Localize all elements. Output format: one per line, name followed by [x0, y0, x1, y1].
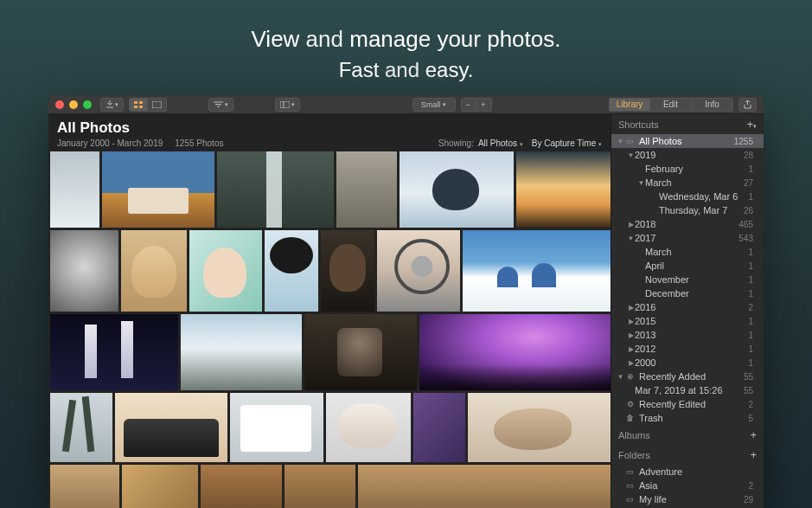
share-button[interactable]	[738, 98, 757, 112]
photo-thumbnail[interactable]	[217, 151, 334, 228]
photo-thumbnail[interactable]	[400, 151, 514, 228]
photo-thumbnail[interactable]	[463, 230, 611, 312]
sort-select[interactable]: By Capture Time ▾	[532, 138, 602, 148]
svg-rect-0	[134, 101, 137, 104]
import-button[interactable]: ▾	[100, 98, 124, 112]
page-title: All Photos	[57, 119, 602, 137]
hero-line2: Fast and easy.	[0, 58, 812, 82]
shortcuts-header: Shortcuts +▾	[611, 114, 764, 134]
sidebar-item-date[interactable]: April1	[611, 259, 764, 273]
photo-thumbnail[interactable]	[121, 230, 187, 312]
photo-thumbnail[interactable]	[468, 393, 611, 462]
zoom-in-button[interactable]: +	[476, 98, 492, 112]
sidebar-item-date[interactable]: ▶20151	[611, 314, 764, 328]
sidebar-item-recently-edited[interactable]: ⚙ Recently Edited2	[611, 397, 764, 411]
photo-thumbnail[interactable]	[115, 393, 227, 462]
photo-thumbnail[interactable]	[326, 393, 411, 462]
photo-thumbnail[interactable]	[321, 230, 374, 312]
sidebar-item-trash[interactable]: 🗑 Trash5	[611, 411, 764, 425]
sidebar: Shortcuts +▾ ▼▭ All Photos1255 ▼201928Fe…	[611, 114, 764, 508]
tab-edit[interactable]: Edit	[650, 98, 692, 112]
photo-grid[interactable]	[48, 151, 611, 508]
svg-rect-1	[139, 101, 143, 104]
sidebar-item-folder[interactable]: ▭Asia2	[611, 479, 764, 492]
tab-library[interactable]: Library	[609, 98, 650, 112]
hero-line1: View and manage your photos.	[0, 26, 812, 53]
svg-rect-3	[139, 106, 143, 108]
sidebar-item-folder[interactable]: ▭My life29	[611, 492, 764, 506]
svg-rect-4	[152, 101, 162, 108]
photo-thumbnail[interactable]	[122, 465, 198, 508]
add-folder-button[interactable]: +	[750, 448, 757, 461]
photo-thumbnail[interactable]	[265, 230, 318, 312]
photo-thumbnail[interactable]	[50, 230, 118, 312]
sidebar-item-date[interactable]: December1	[611, 286, 764, 300]
photo-thumbnail[interactable]	[102, 151, 214, 228]
sidebar-item-date[interactable]: ▼201928	[611, 148, 764, 162]
add-album-button[interactable]: +	[750, 428, 757, 441]
sidebar-item-all-photos[interactable]: ▼▭ All Photos1255	[611, 134, 764, 148]
sidebar-item-date[interactable]: ▼March27	[611, 176, 764, 190]
trash-icon: 🗑	[624, 414, 636, 423]
photo-thumbnail[interactable]	[50, 151, 99, 228]
app-window: ▾ ▾ ▾ Small ▾ − + Library Edit Info All …	[48, 95, 764, 508]
layout-button[interactable]: ▾	[275, 98, 300, 112]
clock-plus-icon: ⊕	[624, 372, 636, 382]
photo-count: 1255 Photos	[175, 138, 223, 148]
folder-icon: ▭	[624, 495, 636, 505]
thumbnail-size-select[interactable]: Small ▾	[412, 98, 456, 112]
grid-view-button[interactable]	[129, 98, 148, 112]
svg-rect-5	[280, 101, 290, 108]
minimize-icon[interactable]	[69, 100, 78, 109]
photo-thumbnail[interactable]	[377, 230, 460, 312]
zoom-out-button[interactable]: −	[461, 98, 476, 112]
photo-thumbnail[interactable]	[285, 465, 355, 508]
window-controls	[55, 100, 92, 109]
photo-thumbnail[interactable]	[419, 314, 611, 390]
sidebar-item-date[interactable]: March1	[611, 245, 764, 259]
photo-thumbnail[interactable]	[230, 393, 323, 462]
sidebar-item-folder[interactable]: ▭Adventure	[611, 465, 764, 479]
stack-icon: ▭	[624, 137, 636, 146]
albums-header: Albums+	[611, 425, 764, 445]
photo-thumbnail[interactable]	[50, 314, 178, 390]
photo-thumbnail[interactable]	[336, 151, 397, 228]
photo-thumbnail[interactable]	[50, 465, 119, 508]
sidebar-item-date[interactable]: Thursday, Mar 726	[611, 203, 764, 217]
close-icon[interactable]	[55, 100, 64, 109]
sidebar-item-date[interactable]: ▶20121	[611, 342, 764, 356]
folder-icon: ▭	[624, 481, 636, 491]
sidebar-item-date[interactable]: ▶20001	[611, 356, 764, 370]
photo-thumbnail[interactable]	[189, 230, 262, 312]
sidebar-item-date[interactable]: February1	[611, 162, 764, 176]
content-header: All Photos January 2000 - March 2019 125…	[48, 114, 611, 151]
photo-thumbnail[interactable]	[516, 151, 611, 228]
sidebar-item-date[interactable]: ▶20131	[611, 328, 764, 342]
date-range: January 2000 - March 2019	[57, 138, 163, 148]
hero-banner: View and manage your photos. Fast and ea…	[0, 0, 812, 101]
sidebar-item-recent-date[interactable]: Mar 7, 2019 at 15:2655	[611, 383, 764, 397]
filter-button[interactable]: ▾	[208, 98, 233, 112]
sidebar-item-date[interactable]: ▼2017543	[611, 231, 764, 245]
sidebar-item-date[interactable]: November1	[611, 273, 764, 286]
single-view-button[interactable]	[148, 98, 167, 112]
sidebar-item-date[interactable]: Wednesday, Mar 61	[611, 190, 764, 203]
sidebar-item-date[interactable]: ▶20162	[611, 300, 764, 314]
add-shortcut-button[interactable]: +▾	[746, 118, 757, 131]
showing-filter[interactable]: Showing: All Photos ▾	[438, 138, 523, 148]
photo-thumbnail[interactable]	[358, 465, 611, 508]
sliders-icon: ⚙	[624, 400, 636, 409]
photo-thumbnail[interactable]	[201, 465, 282, 508]
folders-header: Folders+	[611, 445, 764, 465]
fullscreen-icon[interactable]	[83, 100, 92, 109]
toolbar: ▾ ▾ ▾ Small ▾ − + Library Edit Info	[48, 95, 764, 114]
sidebar-item-date[interactable]: ▶2018465	[611, 217, 764, 231]
folder-icon: ▭	[624, 467, 636, 477]
main-area: All Photos January 2000 - March 2019 125…	[48, 114, 611, 508]
sidebar-item-recently-added[interactable]: ▼⊕ Recently Added55	[611, 370, 764, 383]
photo-thumbnail[interactable]	[181, 314, 302, 390]
photo-thumbnail[interactable]	[413, 393, 465, 462]
photo-thumbnail[interactable]	[50, 393, 112, 462]
photo-thumbnail[interactable]	[304, 314, 417, 390]
tab-info[interactable]: Info	[692, 98, 733, 112]
